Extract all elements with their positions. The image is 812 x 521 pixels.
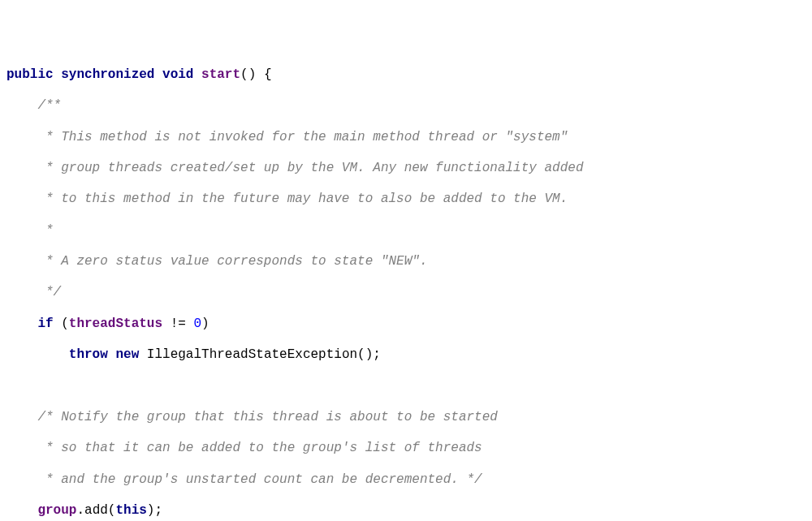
kw-public: public	[6, 67, 54, 82]
code-line: * A zero status value corresponds to sta…	[6, 254, 806, 269]
code-line: public synchronized void start() {	[6, 67, 806, 83]
text: () {	[240, 67, 271, 82]
text: .add(	[76, 503, 115, 518]
comment: * A zero status value corresponds to sta…	[6, 254, 427, 269]
code-line: * and the group's unstarted count can be…	[6, 472, 806, 488]
code-line: throw new IllegalThreadStateException();	[6, 347, 806, 363]
comment: * so that it can be added to the group's…	[6, 441, 482, 455]
text: (	[54, 316, 69, 331]
code-line: * group threads created/set up by the VM…	[6, 161, 806, 176]
code-line: * so that it can be added to the group's…	[6, 441, 806, 456]
number: 0	[193, 316, 201, 331]
kw-new: new	[115, 347, 139, 362]
code-line: /**	[6, 98, 806, 114]
code-line: /* Notify the group that this thread is …	[6, 410, 806, 425]
kw-throw: throw	[69, 347, 108, 362]
comment: * This method is not invoked for the mai…	[6, 130, 568, 144]
comment: *	[6, 223, 54, 238]
comment: /**	[6, 98, 61, 113]
text: );	[147, 503, 162, 518]
var: threadStatus	[69, 316, 162, 331]
comment: * and the group's unstarted count can be…	[6, 472, 482, 487]
classname: IllegalThreadStateException();	[139, 347, 381, 362]
code-line: if (threadStatus != 0)	[6, 316, 806, 332]
comment: /* Notify the group that this thread is …	[6, 410, 498, 424]
code-line: * This method is not invoked for the mai…	[6, 130, 806, 145]
code-line: */	[6, 285, 806, 300]
kw-synchronized: synchronized	[61, 67, 154, 82]
code-line: *	[6, 223, 806, 239]
text: )	[201, 316, 209, 331]
kw-void: void	[162, 67, 193, 82]
code-line-blank	[6, 379, 806, 394]
comment: */	[6, 285, 61, 299]
code-line: group.add(this);	[6, 503, 806, 519]
text: !=	[162, 316, 193, 331]
kw-if: if	[37, 316, 53, 331]
method-name: start	[201, 67, 240, 82]
kw-this: this	[115, 503, 146, 518]
code-line: * to this method in the future may have …	[6, 192, 806, 207]
comment: * to this method in the future may have …	[6, 192, 568, 206]
var: group	[37, 503, 76, 518]
comment: * group threads created/set up by the VM…	[6, 161, 584, 175]
